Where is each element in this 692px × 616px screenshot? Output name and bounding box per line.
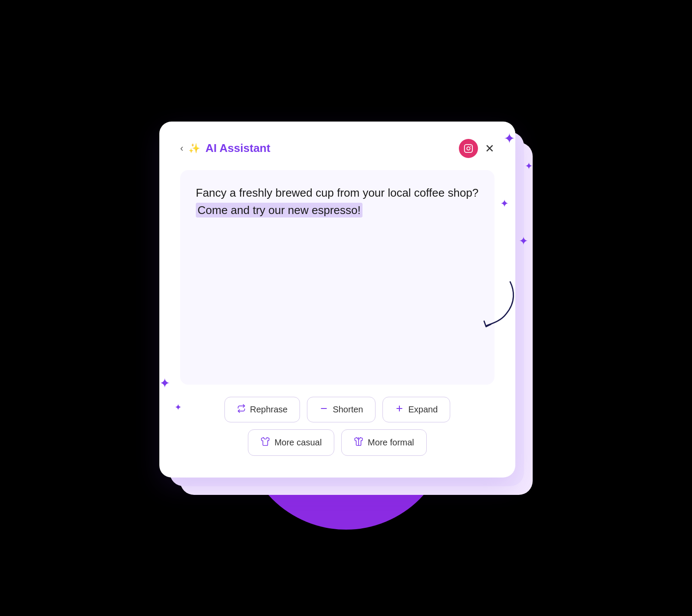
rephrase-icon [237, 404, 246, 415]
shorten-button[interactable]: Shorten [307, 397, 376, 422]
action-buttons: Rephrase Shorten [180, 397, 494, 460]
swirl-decoration [481, 278, 520, 330]
instagram-icon [464, 144, 473, 153]
formal-icon [354, 437, 363, 448]
actions-row-1: Rephrase Shorten [180, 397, 494, 422]
expand-icon [395, 404, 404, 415]
star-decoration-6: ✦ [175, 402, 182, 412]
header-left: ‹ ✨ AI Assistant [180, 142, 270, 155]
close-button[interactable]: ✕ [485, 143, 494, 154]
actions-row-2: More casual More formal [180, 429, 494, 456]
star-decoration-2: ✦ [525, 161, 533, 172]
svg-point-1 [467, 147, 470, 150]
more-casual-label: More casual [274, 438, 322, 448]
instagram-button[interactable] [459, 139, 478, 158]
star-decoration-3: ✦ [500, 198, 509, 210]
header-right: ✕ [459, 139, 494, 158]
rephrase-label: Rephrase [250, 405, 288, 415]
star-decoration-4: ✦ [519, 234, 528, 248]
header: ‹ ✨ AI Assistant ✕ [180, 139, 494, 158]
page-title: AI Assistant [205, 142, 270, 155]
main-card: ‹ ✨ AI Assistant ✕ Fancy a freshly brewe… [159, 122, 515, 478]
shorten-label: Shorten [333, 405, 363, 415]
more-formal-button[interactable]: More formal [341, 429, 427, 456]
star-decoration-5: ✦ [159, 376, 170, 391]
more-formal-label: More formal [368, 438, 414, 448]
star-decoration-1: ✦ [504, 130, 515, 147]
casual-icon [260, 437, 270, 448]
wand-icon: ✨ [188, 143, 200, 154]
back-button[interactable]: ‹ [180, 143, 183, 154]
expand-button[interactable]: Expand [382, 397, 450, 422]
rephrase-button[interactable]: Rephrase [224, 397, 300, 422]
highlighted-text: Come and try our new espresso! [196, 203, 362, 217]
svg-point-2 [470, 146, 471, 147]
scene: ‹ ✨ AI Assistant ✕ Fancy a freshly brewe… [151, 113, 541, 504]
svg-rect-0 [465, 144, 472, 152]
normal-text: Fancy a freshly brewed cup from your loc… [196, 186, 478, 199]
expand-label: Expand [408, 405, 438, 415]
more-casual-button[interactable]: More casual [248, 429, 334, 456]
shorten-icon [320, 404, 328, 415]
text-content-area: Fancy a freshly brewed cup from your loc… [180, 170, 494, 385]
